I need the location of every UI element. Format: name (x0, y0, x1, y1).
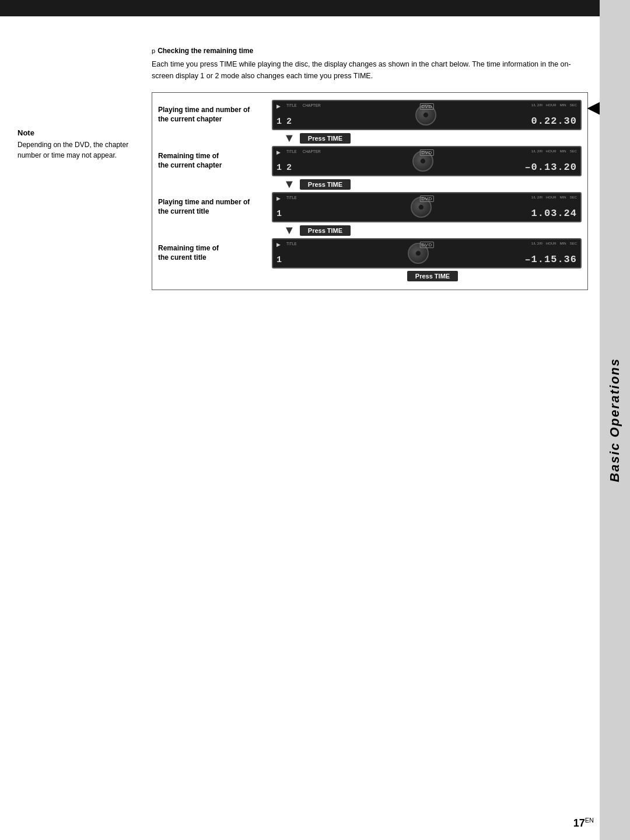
screen-right-2: 1/L 2/R HOUR MIN SEC –0.13.20 (524, 149, 577, 173)
note-text: Depending on the DVD, the chapter number… (18, 140, 140, 161)
arrow-row-1: ▼ Press TIME (158, 131, 582, 145)
time-labels-1: 1/L 2/R HOUR MIN SEC (531, 103, 577, 107)
display-label-2: Remaining time of the current chapter (158, 152, 272, 170)
screen-wrap-1: DVD ▶ TITLE CHAPTER 1 2 (272, 100, 582, 130)
section-title: Basic Operations (607, 358, 622, 482)
time-labels-2: 1/L 2/R HOUR MIN SEC (531, 149, 577, 153)
down-arrow-1: ▼ (284, 131, 295, 145)
display-row-2: Remaining time of the current chapter DV… (158, 146, 582, 176)
screen-right-1: 1/L 2/R HOUR MIN SEC 0.22.30 (531, 103, 577, 127)
display-label-3: Playing time and number of the current t… (158, 198, 272, 216)
screen-left-2: ▶ TITLE CHAPTER 1 2 (276, 149, 321, 173)
dvd-screen-1: DVD ▶ TITLE CHAPTER 1 2 (272, 100, 582, 130)
screen-left-3: ▶ TITLE 1 (276, 196, 312, 219)
diagram-container: ◀ Playing time and number of the current… (152, 92, 588, 290)
arrow-content-3: ▼ Press TIME (272, 224, 582, 237)
time-value-3: 1.03.24 (531, 208, 577, 219)
time-labels-4: 1/L 2/R HOUR MIN SEC (531, 242, 577, 245)
arrow-content-2: ▼ Press TIME (272, 177, 582, 191)
display-label-1: Playing time and number of the current c… (158, 106, 272, 124)
screen-wrap-4: DVD ▶ TITLE 1 (272, 238, 582, 269)
display-row-3: Playing time and number of the current t… (158, 192, 582, 222)
dvd-screen-2: DVD ▶ TITLE CHAPTER 1 2 (272, 146, 582, 176)
press-time-1: Press TIME (300, 133, 351, 144)
top-bar (0, 0, 630, 16)
screen-left-1: ▶ TITLE CHAPTER 1 2 (276, 103, 321, 127)
dvd-badge-2: DVD (419, 149, 433, 156)
final-arrow-content: Press TIME (272, 271, 582, 281)
press-time-final: Press TIME (407, 271, 458, 281)
screen-left-4: ▶ TITLE 1 (276, 242, 312, 265)
play-icon-4: ▶ (276, 242, 281, 248)
down-arrow-3: ▼ (284, 224, 295, 237)
screen-numbers-2: 1 2 (276, 163, 321, 173)
time-value-1: 0.22.30 (531, 116, 577, 127)
final-press-row: Press TIME (158, 271, 582, 281)
down-arrow-2: ▼ (284, 177, 295, 191)
dvd-badge-1: DVD (419, 103, 433, 110)
time-value-2: –0.13.20 (524, 162, 577, 173)
dvd-screen-4: DVD ▶ TITLE 1 (272, 238, 582, 269)
dvd-screen-3: DVD ▶ TITLE 1 (272, 192, 582, 222)
play-icon-1: ▶ (276, 103, 281, 109)
intro-text: Each time you press TIME while playing t… (152, 58, 588, 82)
press-time-2: Press TIME (300, 179, 351, 190)
play-icon-3: ▶ (276, 196, 281, 201)
main-content: p Checking the remaining time Each time … (152, 47, 594, 290)
disc-4 (314, 242, 522, 265)
time-labels-3: 1/L 2/R HOUR MIN SEC (531, 196, 577, 199)
screen-labels-4: ▶ TITLE (276, 242, 312, 248)
dvd-badge-3: DVD (419, 196, 433, 202)
screen-right-4: 1/L 2/R HOUR MIN SEC –1.15.36 (524, 242, 577, 265)
press-time-3: Press TIME (300, 225, 351, 236)
play-icon-2: ▶ (276, 149, 281, 155)
display-row-4: Remaining time of the curent title DVD ▶… (158, 238, 582, 269)
screen-right-3: 1/L 2/R HOUR MIN SEC 1.03.24 (531, 196, 577, 219)
display-row-1: Playing time and number of the current c… (158, 100, 582, 130)
side-tab: Basic Operations (600, 0, 630, 840)
screen-labels-3: ▶ TITLE (276, 196, 312, 201)
right-arrow-icon: ◀ (587, 99, 599, 117)
page-number: 17EN (573, 817, 594, 829)
screen-labels-2: ▶ TITLE CHAPTER (276, 149, 321, 155)
screen-numbers-3: 1 (276, 209, 312, 219)
display-label-4: Remaining time of the curent title (158, 244, 272, 262)
screen-labels-1: ▶ TITLE CHAPTER (276, 103, 321, 109)
arrow-content-1: ▼ Press TIME (272, 131, 582, 145)
screen-wrap-2: DVD ▶ TITLE CHAPTER 1 2 (272, 146, 582, 176)
note-title: Note (18, 128, 140, 137)
screen-numbers-4: 1 (276, 255, 312, 265)
arrow-row-2: ▼ Press TIME (158, 177, 582, 191)
heading-title: Checking the remaining time (158, 47, 253, 55)
section-heading: p Checking the remaining time (152, 47, 588, 55)
time-value-4: –1.15.36 (524, 254, 577, 265)
note-section: Note Depending on the DVD, the chapter n… (18, 128, 140, 161)
screen-wrap-3: DVD ▶ TITLE 1 (272, 192, 582, 222)
screen-numbers-1: 1 2 (276, 117, 321, 127)
bullet: p (152, 47, 155, 54)
dvd-badge-4: DVD (419, 242, 433, 248)
arrow-row-3: ▼ Press TIME (158, 224, 582, 237)
